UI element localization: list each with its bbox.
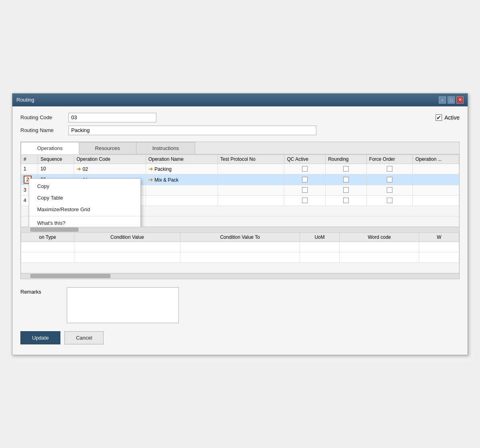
menu-divider-1 [29, 216, 140, 216]
cell-testprot[interactable] [218, 174, 284, 185]
cell-w[interactable] [419, 242, 459, 252]
col-header-on-type: on Type [21, 232, 74, 242]
qcactive-checkbox[interactable] [302, 166, 308, 172]
bottom-table-row[interactable] [21, 252, 459, 262]
routing-name-input[interactable] [68, 126, 316, 135]
window-controls: − □ ✕ [439, 96, 464, 104]
col-header-uom: UoM [300, 232, 340, 242]
cell-opname[interactable]: ➜ Mix & Pack [146, 174, 218, 185]
routing-name-label: Routing Name [20, 127, 68, 133]
cell-forceorder [366, 174, 413, 185]
forceorder-checkbox[interactable] [387, 198, 392, 203]
cell-condition-value-to[interactable] [180, 242, 300, 252]
cell-testprot[interactable] [218, 164, 284, 174]
cell-rounding [326, 195, 367, 206]
maximize-button[interactable]: □ [448, 96, 455, 104]
cell-testprot[interactable] [218, 195, 284, 206]
footer-buttons: Update Cancel [20, 331, 460, 348]
cell-opmore[interactable] [413, 174, 459, 185]
col-header-word-code: Word code [340, 232, 419, 242]
context-menu: Copy Copy Table Maximize/Restore Grid Wh… [29, 178, 141, 227]
cell-condition-value[interactable] [74, 242, 180, 252]
minimize-button[interactable]: − [439, 96, 446, 104]
cell-word-code[interactable] [340, 252, 419, 262]
cell-opmore[interactable] [413, 164, 459, 174]
table-row[interactable]: 1 10 ➜ 02 ➜ Packing [21, 164, 459, 174]
forceorder-checkbox[interactable] [387, 177, 392, 182]
col-header-opname: Operation Name [146, 154, 218, 164]
cell-testprot[interactable] [218, 185, 284, 195]
tabs-header: Operations Resources Instructions [21, 142, 459, 154]
cell-opname[interactable]: ➜ Packing [146, 164, 218, 174]
tab-operations[interactable]: Operations [21, 142, 79, 154]
col-header-rounding: Rounding [326, 154, 367, 164]
cell-opname[interactable] [146, 185, 218, 195]
cell-uom[interactable] [300, 242, 340, 252]
qcactive-checkbox[interactable] [302, 187, 308, 193]
cell-condition-value[interactable] [74, 252, 180, 262]
cell-opname[interactable] [146, 195, 218, 206]
cell-on-type[interactable] [21, 242, 74, 252]
cell-row-num: 1 [21, 164, 38, 174]
cell-on-type[interactable] [21, 252, 74, 262]
bottom-scrollbar-thumb[interactable] [30, 274, 110, 278]
qcactive-checkbox[interactable] [302, 198, 308, 203]
menu-item-copy-table[interactable]: Copy Table [29, 192, 140, 204]
rounding-checkbox[interactable] [343, 177, 349, 182]
forceorder-checkbox[interactable] [387, 166, 392, 172]
col-header-hash: # [21, 154, 38, 164]
routing-code-row: Routing Code ✔ Active [20, 113, 460, 122]
close-button[interactable]: ✕ [456, 96, 464, 104]
window-content: Routing Code ✔ Active Routing Name Opera… [12, 106, 468, 355]
bottom-table-row[interactable] [21, 242, 459, 252]
active-checkbox[interactable]: ✔ [436, 114, 442, 121]
active-label: Active [444, 114, 460, 121]
routing-window: Routing − □ ✕ Routing Code ✔ Active Rout… [12, 93, 468, 355]
cell-uom[interactable] [300, 252, 340, 262]
operations-table-container: # Sequence Operation Code Operation Name… [21, 154, 459, 227]
bottom-table: on Type Condition Value Condition Value … [21, 232, 459, 273]
routing-code-label: Routing Code [20, 114, 68, 120]
cell-qcactive [284, 174, 326, 185]
rounding-checkbox[interactable] [343, 198, 349, 203]
active-area: ✔ Active [436, 114, 460, 121]
menu-item-maximize[interactable]: Maximize/Restore Grid [29, 204, 140, 215]
rounding-checkbox[interactable] [343, 166, 349, 172]
cell-qcactive [284, 185, 326, 195]
qcactive-checkbox[interactable] [302, 177, 308, 182]
bottom-scrollbar[interactable] [21, 273, 459, 279]
tab-resources[interactable]: Resources [79, 142, 136, 154]
title-bar: Routing − □ ✕ [12, 94, 468, 106]
col-header-qcactive: QC Active [284, 154, 326, 164]
menu-item-copy[interactable]: Copy [29, 180, 140, 192]
remarks-label: Remarks [20, 287, 60, 295]
col-header-w: W [419, 232, 459, 242]
cell-forceorder [366, 195, 413, 206]
cell-seq[interactable]: 10 [38, 164, 74, 174]
context-menu-overlay: Copy Copy Table Maximize/Restore Grid Wh… [29, 178, 141, 227]
cell-condition-value-to[interactable] [180, 252, 300, 262]
col-header-forceorder: Force Order [366, 154, 413, 164]
col-header-condition-value: Condition Value [74, 232, 180, 242]
top-scrollbar-thumb[interactable] [30, 228, 78, 232]
col-header-opcode: Operation Code [74, 154, 146, 164]
routing-code-input[interactable] [68, 113, 156, 122]
top-scrollbar[interactable] [21, 227, 459, 232]
cancel-button[interactable]: Cancel [64, 331, 104, 344]
col-header-condition-value-to: Condition Value To [180, 232, 300, 242]
menu-item-whats-this[interactable]: What's this? [29, 217, 140, 227]
cell-forceorder [366, 164, 413, 174]
cell-opmore[interactable] [413, 185, 459, 195]
update-button[interactable]: Update [20, 331, 60, 344]
cell-word-code[interactable] [340, 242, 419, 252]
bottom-table-section: on Type Condition Value Condition Value … [21, 232, 459, 273]
rounding-checkbox[interactable] [343, 187, 349, 193]
cell-opcode[interactable]: ➜ 02 [74, 164, 146, 174]
tab-instructions[interactable]: Instructions [136, 142, 195, 154]
cell-w[interactable] [419, 252, 459, 262]
tabs-section: Operations Resources Instructions # Sequ… [20, 142, 460, 279]
col-header-sequence: Sequence [38, 154, 74, 164]
forceorder-checkbox[interactable] [387, 187, 392, 193]
remarks-textarea[interactable] [67, 287, 179, 323]
cell-opmore[interactable] [413, 195, 459, 206]
